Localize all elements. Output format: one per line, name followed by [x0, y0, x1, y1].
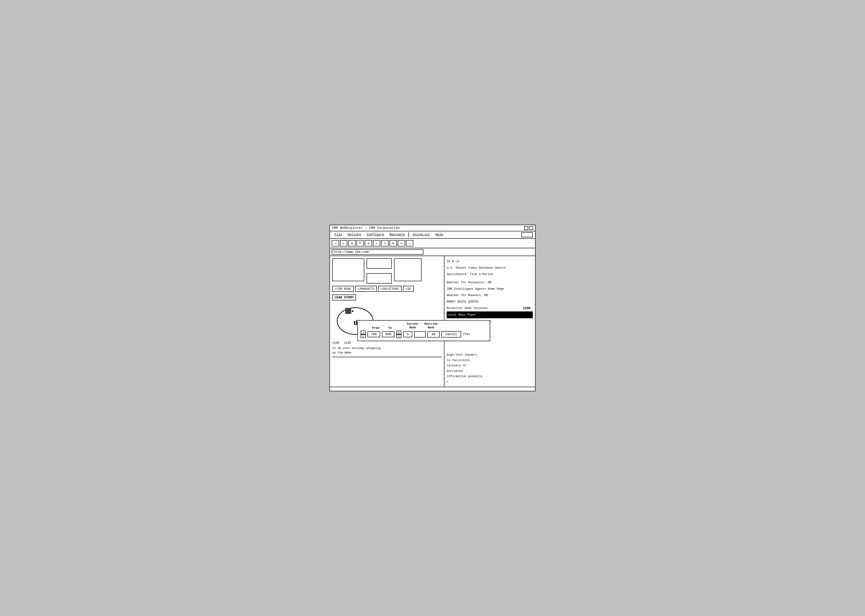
- menu-options[interactable]: Options: [345, 232, 364, 237]
- right-text-line1: High-tech leaders: [447, 352, 533, 357]
- number-1200: 1200: [523, 305, 531, 311]
- quicklist-items: IP & LS U.S. Patent Index Database Searc…: [447, 258, 533, 325]
- from-down-arrow[interactable]: ▼: [361, 334, 366, 338]
- right-text-line2: to facilitate: [447, 358, 533, 363]
- url-box-right: [522, 232, 533, 237]
- bottom-text: to do your holiday shopping on the Web▷: [332, 346, 383, 355]
- quicklist-item-weather-rochester[interactable]: Weather for Rochester, MN: [447, 280, 533, 286]
- label-1100: 1100: [332, 341, 339, 345]
- to-value[interactable]: 9AM: [382, 332, 394, 337]
- menu-navigate[interactable]: Navigate: [387, 232, 408, 237]
- right-text-line3: recovery of: [447, 363, 533, 368]
- title-buttons: □ □: [524, 226, 533, 230]
- side-image-top: [367, 258, 392, 269]
- right-text-line6: ▷: [447, 379, 533, 384]
- to-arrows: ▲ ▼: [396, 331, 401, 338]
- menu-bar: File Options Configure Navigate QuickLis…: [330, 231, 535, 239]
- quicklist-item-ibm-agents[interactable]: IBM Intelligent Agents Home Page: [447, 286, 533, 292]
- menu-help[interactable]: Help: [433, 232, 446, 237]
- spacer: [447, 278, 533, 280]
- to-label: To: [384, 326, 396, 330]
- menu-quicklist[interactable]: QuickList: [410, 232, 433, 237]
- chart-icon: ⬛▪: [345, 308, 354, 314]
- schedule-dialog: From To CurrentRank OverrideRank ▲ ▼ 7AM: [358, 320, 490, 341]
- quicklist-item-local-news[interactable]: Local News Paper: [447, 311, 533, 318]
- main-content: ▷IBM NEWS ▷PRODUCTS ▷SOLUTIONS ▷SE LEAD …: [330, 256, 535, 387]
- list-button[interactable]: ≡: [381, 240, 389, 247]
- right-lower-text: High-tech leaders to facilitate recovery…: [447, 352, 533, 384]
- toolbar: ◁ ▷ ⊡ Tt ↺ ✦ ≡ ⊞ ⊟ ⌂: [330, 239, 535, 248]
- quicklist-item-ipls[interactable]: IP & LS: [447, 258, 533, 265]
- address-bar: [330, 248, 535, 256]
- from-label: From: [369, 326, 382, 330]
- images-row: [332, 258, 442, 283]
- lead-story-label: LEAD STORY: [332, 294, 356, 300]
- back-button[interactable]: ◁: [332, 240, 339, 247]
- current-rank-label: CurrentRank: [407, 322, 418, 330]
- add-button[interactable]: ⊞: [389, 240, 397, 247]
- right-text-line4: encrypted: [447, 368, 533, 374]
- right-images: [394, 258, 422, 283]
- high-tech-text: High-tech leaders to facilitate recovery…: [447, 352, 533, 384]
- remove-button[interactable]: ⊟: [398, 240, 405, 247]
- nav-buttons: ▷IBM NEWS ▷PRODUCTS ▷SOLUTIONS ▷SE: [332, 286, 442, 292]
- main-image: [332, 258, 364, 281]
- right-text-line5: information globally: [447, 374, 533, 379]
- window-title: IBM WebExplorer - IBM Corporation: [332, 226, 400, 230]
- quicklist-item-weather-mankato[interactable]: Weather for Mankato, MN: [447, 292, 533, 299]
- forward-button[interactable]: ▷: [340, 240, 347, 247]
- rochester-row: Rochester Home Terminal 1200: [447, 305, 533, 311]
- refresh-button[interactable]: ↺: [365, 240, 372, 247]
- maximize-button[interactable]: □: [529, 226, 533, 230]
- label-1105: 1105: [344, 341, 351, 345]
- title-bar: IBM WebExplorer - IBM Corporation □ □: [330, 225, 535, 231]
- address-input[interactable]: [332, 249, 423, 255]
- quicklist-item-money[interactable]: MONEY QUICK QUOTES: [447, 299, 533, 305]
- chart-labels: 1100 1105: [332, 341, 442, 345]
- search-button[interactable]: ▷SE: [403, 286, 414, 292]
- to-up-arrow[interactable]: ▲: [396, 331, 401, 334]
- bookmark-button[interactable]: ✦: [373, 240, 380, 247]
- solutions-button[interactable]: ▷SOLUTIONS: [378, 286, 402, 292]
- quicklist-item-rochester-terminal[interactable]: Rochester Home Terminal: [447, 305, 488, 311]
- override-box[interactable]: [414, 331, 425, 338]
- font-button[interactable]: Tt: [356, 240, 364, 247]
- bottom-scrollbar[interactable]: [330, 387, 535, 391]
- home-button[interactable]: ⌂: [406, 240, 413, 247]
- from-up-arrow[interactable]: ▲: [361, 331, 366, 334]
- ibm-news-button[interactable]: ▷IBM NEWS: [332, 286, 354, 292]
- menu-configure[interactable]: Configure: [364, 232, 387, 237]
- dialog-controls-row: ▲ ▼ 7AM 9AM ▲ ▼ 9: [361, 331, 487, 338]
- main-window: IBM WebExplorer - IBM Corporation □ □ Fi…: [329, 225, 536, 391]
- from-value[interactable]: 7AM: [367, 332, 380, 337]
- cancel-button[interactable]: Cancel: [441, 331, 461, 338]
- separator: [332, 357, 442, 357]
- right-image: [394, 258, 422, 281]
- side-images: [367, 258, 392, 283]
- left-panel: ▷IBM NEWS ▷PRODUCTS ▷SOLUTIONS ▷SE LEAD …: [330, 256, 444, 387]
- ok-button[interactable]: OK: [427, 331, 440, 338]
- to-down-arrow[interactable]: ▼: [396, 334, 401, 338]
- minimize-button[interactable]: □: [524, 226, 528, 230]
- quicklist-item-patent[interactable]: U.S. Patent Index Database Search: [447, 265, 533, 271]
- offer-text: ffer: [463, 333, 471, 336]
- rank-value[interactable]: 9: [403, 332, 412, 337]
- dialog-labels-row: From To CurrentRank OverrideRank: [361, 322, 487, 330]
- quicklist-item-switchboard[interactable]: Switchboard: Find a Person: [447, 271, 533, 278]
- menu-file[interactable]: File: [332, 232, 345, 237]
- from-arrows: ▲ ▼: [361, 331, 366, 338]
- products-button[interactable]: ▷PRODUCTS: [355, 286, 377, 292]
- bottom-text-line2: on the Web▷: [332, 350, 383, 355]
- override-rank-label: OverrideRank: [424, 322, 438, 330]
- reload-button[interactable]: ⊡: [348, 240, 356, 247]
- bottom-text-line1: to do your holiday shopping: [332, 346, 383, 350]
- side-image-bottom: [367, 273, 392, 283]
